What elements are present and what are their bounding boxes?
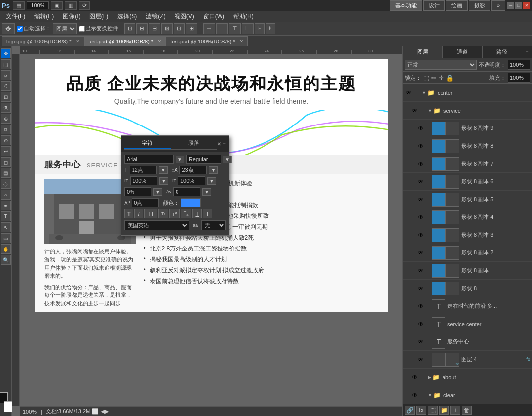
font-family-dropdown[interactable]: ▼ bbox=[176, 156, 184, 163]
layer-shape9[interactable]: 👁 形状 8 副本 9 bbox=[403, 120, 532, 137]
layer-shape2[interactable]: 👁 形状 8 副本 2 bbox=[403, 244, 532, 262]
tracking-dropdown[interactable]: ▼ bbox=[159, 177, 168, 185]
layer-shape3[interactable]: 👁 形状 8 副本 3 bbox=[403, 226, 532, 244]
baseline-unit-input[interactable] bbox=[132, 198, 159, 207]
eye-shape8[interactable]: 👁 bbox=[417, 142, 425, 150]
eye-shape5[interactable]: 👁 bbox=[417, 196, 425, 204]
minimize-btn[interactable]: ─ bbox=[507, 2, 514, 9]
layer-shape0[interactable]: 👁 形状 8 bbox=[403, 280, 532, 297]
menu-select[interactable]: 选择(S) bbox=[113, 11, 141, 22]
eye-shape6[interactable]: 👁 bbox=[417, 178, 425, 186]
tab-test1[interactable]: test.psd @ 100%(RGB/8) * ✕ bbox=[84, 36, 166, 46]
dist-h-btn[interactable]: ⊣ bbox=[203, 23, 215, 34]
strikethrough-btn[interactable]: T bbox=[203, 209, 212, 218]
show-transform-checkbox[interactable] bbox=[79, 26, 85, 32]
tab-close-test1[interactable]: ✕ bbox=[157, 39, 161, 44]
link-layers-btn[interactable]: 🔗 bbox=[405, 406, 415, 415]
char-panel-menu[interactable]: ≡ bbox=[223, 141, 226, 147]
workspace-design-btn[interactable]: 设计 bbox=[423, 0, 445, 11]
panel-options-btn[interactable]: ≡ bbox=[522, 46, 532, 58]
fill-input[interactable] bbox=[508, 73, 530, 83]
dist-v-btn[interactable]: ⊥ bbox=[216, 23, 228, 34]
eye-center[interactable]: 👁 bbox=[405, 89, 413, 97]
align-bottom-btn[interactable]: ⊞ bbox=[186, 23, 197, 34]
shape-tool[interactable]: ▭ bbox=[1, 233, 11, 243]
opacity-input[interactable] bbox=[508, 60, 530, 70]
font-style-dropdown[interactable]: ▼ bbox=[223, 156, 232, 163]
arrow-center[interactable]: ▼ bbox=[422, 90, 426, 95]
workspace-basic-btn[interactable]: 基本功能 bbox=[390, 0, 422, 11]
eye-shape2[interactable]: 👁 bbox=[417, 249, 425, 257]
eye-shape1[interactable]: 👁 bbox=[417, 267, 425, 275]
align-center-btn[interactable]: ⊞ bbox=[136, 23, 148, 34]
dist-4-btn[interactable]: ⊢ bbox=[242, 23, 254, 34]
language-select[interactable]: 美国英语 bbox=[124, 220, 189, 230]
layer-layer4[interactable]: 👁 fx 图层 4 fx bbox=[403, 351, 532, 369]
allcaps-btn[interactable]: TT bbox=[144, 209, 157, 218]
menu-filter[interactable]: 滤镜(Z) bbox=[142, 11, 169, 22]
font-size-dropdown[interactable]: ▼ bbox=[159, 166, 168, 174]
eye-shape4[interactable]: 👁 bbox=[417, 213, 425, 221]
layer-shape8[interactable]: 👁 形状 8 副本 8 bbox=[403, 137, 532, 155]
move-tool-btn[interactable]: ✥ bbox=[2, 23, 15, 34]
underline-btn[interactable]: T bbox=[192, 209, 202, 218]
align-left-btn[interactable]: ⊡ bbox=[124, 23, 135, 34]
blend-mode-select[interactable]: 正常 bbox=[405, 60, 477, 70]
baseline-dropdown[interactable]: ▼ bbox=[202, 188, 211, 196]
layer-service-group[interactable]: 👁 ▼ 📁 service bbox=[403, 102, 532, 120]
path-select-tool[interactable]: ↖ bbox=[1, 222, 11, 232]
lock-transparent-btn[interactable]: ⬚ bbox=[423, 74, 429, 82]
auto-select-checkbox[interactable] bbox=[17, 26, 23, 32]
create-group-btn[interactable]: 📁 bbox=[439, 406, 449, 415]
zoom-input[interactable]: 100% bbox=[27, 1, 49, 9]
layer-shape5[interactable]: 👁 形状 8 副本 5 bbox=[403, 191, 532, 208]
menu-window[interactable]: 窗口(W) bbox=[199, 11, 228, 22]
char-tab-character[interactable]: 字符 bbox=[124, 138, 171, 149]
font-style-input[interactable] bbox=[186, 155, 221, 164]
gradient-tool[interactable]: ▤ bbox=[1, 168, 11, 178]
zoom-tool[interactable]: 🔍 bbox=[1, 255, 11, 265]
menu-view[interactable]: 视图(V) bbox=[171, 11, 198, 22]
font-family-input[interactable] bbox=[124, 155, 174, 164]
healing-tool[interactable]: ⊕ bbox=[1, 114, 11, 124]
tab-channels[interactable]: 通道 bbox=[443, 46, 482, 58]
extras-btn[interactable]: ▥ bbox=[65, 1, 77, 10]
dist-6-btn[interactable]: ⊧ bbox=[266, 23, 275, 34]
magic-wand-tool[interactable]: ⚟ bbox=[1, 81, 11, 91]
leading-input[interactable] bbox=[179, 166, 207, 174]
blur-tool[interactable]: ◌ bbox=[1, 179, 11, 189]
menu-edit[interactable]: 编辑(E) bbox=[30, 11, 58, 22]
delete-layer-btn[interactable]: 🗑 bbox=[462, 406, 472, 415]
tab-test2[interactable]: test.psd @ 100%(RGB/8) * ✕ bbox=[166, 36, 248, 46]
scale-v-input[interactable] bbox=[124, 187, 151, 196]
dist-5-btn[interactable]: ⊦ bbox=[255, 23, 265, 34]
menu-file[interactable]: 文件(F) bbox=[2, 11, 29, 22]
layer-about-group[interactable]: 👁 ▶ 📁 about bbox=[403, 369, 532, 386]
dist-3-btn[interactable]: ⊤ bbox=[229, 23, 241, 34]
arrow-service[interactable]: ▼ bbox=[428, 108, 432, 113]
new-layer-btn[interactable]: + bbox=[450, 406, 460, 415]
layer-center-group[interactable]: 👁 ▼ 📁 center bbox=[403, 84, 532, 102]
brush-tool[interactable]: ⌑ bbox=[1, 125, 11, 134]
kerning-dropdown[interactable]: ▼ bbox=[207, 177, 216, 185]
lasso-tool[interactable]: ⌀ bbox=[1, 70, 11, 80]
workspace-more-btn[interactable]: » bbox=[491, 0, 505, 11]
kerning-input[interactable] bbox=[178, 176, 205, 185]
color-swatch[interactable] bbox=[181, 198, 201, 207]
scale-v-dropdown[interactable]: ▼ bbox=[153, 188, 162, 196]
layer-clear-group[interactable]: 👁 ▼ 📁 clear bbox=[403, 386, 532, 404]
move-tool[interactable]: ✥ bbox=[1, 48, 11, 58]
tab-layers[interactable]: 图层 bbox=[403, 46, 443, 58]
align-right-btn[interactable]: ⊟ bbox=[149, 23, 160, 34]
arrow-clear[interactable]: ▼ bbox=[428, 393, 432, 398]
eye-shape3[interactable]: 👁 bbox=[417, 231, 425, 239]
eye-service[interactable]: 👁 bbox=[411, 107, 419, 115]
add-style-btn[interactable]: fx bbox=[416, 406, 426, 415]
eye-layer4[interactable]: 👁 bbox=[417, 356, 425, 364]
aa-select[interactable]: 无 bbox=[201, 220, 226, 230]
crop-tool[interactable]: ⊡ bbox=[1, 92, 11, 102]
eye-text1[interactable]: 👁 bbox=[417, 302, 425, 310]
eye-text2[interactable]: 👁 bbox=[417, 320, 425, 328]
bold-btn[interactable]: T bbox=[124, 209, 133, 218]
smallcaps-btn[interactable]: Tr bbox=[158, 209, 168, 218]
